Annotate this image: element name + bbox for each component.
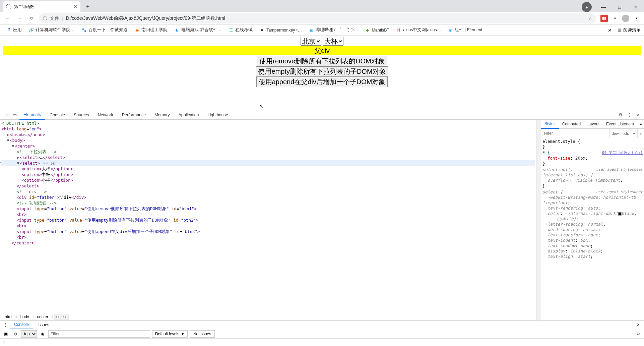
selected-dom-node[interactable]: ⋯ ▼<select> == $0 bbox=[1, 160, 535, 166]
tab-network[interactable]: Network bbox=[94, 110, 117, 120]
maximize-button[interactable]: □ bbox=[612, 2, 627, 12]
collapse-icon[interactable]: ▼ bbox=[6, 137, 10, 143]
reload-button[interactable]: ↻ bbox=[27, 14, 36, 23]
breadcrumb: html› body› center› select bbox=[0, 313, 536, 320]
link-icon: 🔗 bbox=[28, 27, 34, 33]
game-icon: ♞ bbox=[174, 27, 180, 33]
overflow-icon[interactable]: » bbox=[638, 122, 644, 126]
size-select[interactable]: 大杯 中杯 小杯 bbox=[323, 37, 343, 46]
tampermonkey-icon: ■ bbox=[259, 27, 265, 33]
styles-filter-input[interactable] bbox=[541, 131, 609, 136]
issues-badge[interactable]: No Issues bbox=[190, 330, 215, 338]
bookmark-item[interactable]: 🔗计算机与软件学院… bbox=[26, 26, 77, 34]
bookmarks-overflow-icon[interactable]: » bbox=[606, 26, 614, 34]
append-button[interactable]: 使用append在父div后增加一个子DOM对象 bbox=[256, 77, 388, 87]
devtools-main: <!DOCTYPE html> <html lang="en"> ▶<head>… bbox=[0, 120, 644, 320]
breadcrumb-item[interactable]: body bbox=[18, 314, 31, 320]
tab-memory[interactable]: Memory bbox=[150, 110, 174, 120]
tab-lighthouse[interactable]: Lighthouse bbox=[204, 110, 232, 120]
reading-list-button[interactable]: ▤阅读清单 bbox=[618, 27, 641, 33]
log-levels-dropdown[interactable]: Default levels ▼ bbox=[152, 330, 188, 338]
device-toggle-icon[interactable]: ▭ bbox=[11, 111, 19, 119]
expand-icon[interactable]: ▶ bbox=[6, 132, 10, 137]
drawer-tab-console[interactable]: Console bbox=[10, 321, 33, 329]
cursor-icon: ↖ bbox=[259, 104, 263, 109]
tab-console[interactable]: Console bbox=[46, 110, 69, 120]
bookmark-item[interactable]: Haxios中文网|axios… bbox=[393, 26, 444, 34]
bookmark-item[interactable]: ☳在线考试 bbox=[226, 26, 255, 34]
inspect-element-icon[interactable]: ⬀ bbox=[2, 111, 10, 119]
scrollbar[interactable] bbox=[536, 120, 541, 320]
collapse-icon[interactable]: ▼ bbox=[16, 160, 20, 166]
context-select[interactable]: top bbox=[21, 330, 37, 338]
console-prompt[interactable]: › bbox=[0, 339, 644, 346]
expand-icon[interactable]: ▶ bbox=[16, 155, 20, 160]
chevron-down-icon: ▼ bbox=[181, 332, 185, 336]
styles-tabs: Styles Computed Layout Event Listeners » bbox=[541, 120, 644, 129]
browser-tab-bar: 第二组函数 × + ● — □ ✕ bbox=[0, 0, 644, 12]
eye-icon[interactable]: ◉ bbox=[39, 331, 46, 337]
bookmark-item[interactable]: ◉组件 | Element bbox=[445, 26, 485, 34]
bookmark-item[interactable]: ◉南阳理工学院 bbox=[132, 26, 170, 34]
settings-gear-icon[interactable]: ⚙ bbox=[617, 111, 625, 119]
bookmark-item[interactable]: ♞电脑游戏-乔合软件… bbox=[172, 26, 224, 34]
breadcrumb-item[interactable]: html bbox=[3, 314, 14, 320]
clear-console-icon[interactable]: ⊘ bbox=[12, 331, 19, 337]
breadcrumb-item[interactable]: center bbox=[35, 314, 50, 320]
tab-elements[interactable]: Elements bbox=[19, 110, 45, 120]
add-rule-button[interactable]: + bbox=[631, 129, 637, 138]
bookmark-item[interactable]: ◆MantisBT bbox=[362, 26, 392, 34]
browser-tab[interactable]: 第二组函数 × bbox=[3, 1, 80, 12]
styles-rules[interactable]: element.style {} 09-第二组函数.html:7* { font… bbox=[541, 138, 644, 320]
user-avatar-icon[interactable] bbox=[622, 15, 629, 22]
window-close-button[interactable]: ✕ bbox=[628, 2, 643, 12]
tab-close-icon[interactable]: × bbox=[74, 4, 77, 10]
styles-filter-bar: :hov .cls + ⏍ bbox=[541, 129, 644, 138]
info-icon[interactable]: ⓘ bbox=[43, 15, 47, 21]
forward-button[interactable]: → bbox=[15, 14, 24, 23]
console-settings-icon[interactable]: ⚙ bbox=[634, 331, 642, 337]
color-swatch-icon[interactable] bbox=[618, 212, 622, 216]
tab-application[interactable]: Application bbox=[174, 110, 203, 120]
sidebar-toggle-icon[interactable]: ▣ bbox=[2, 331, 10, 337]
tab-performance[interactable]: Performance bbox=[118, 110, 150, 120]
tab-event-listeners[interactable]: Event Listeners bbox=[603, 120, 637, 129]
cls-button[interactable]: .cls bbox=[621, 129, 631, 138]
more-icon[interactable]: ⋮ bbox=[625, 111, 633, 119]
color-swatch-icon[interactable] bbox=[558, 218, 561, 221]
toggle-button[interactable]: ⏍ bbox=[637, 129, 644, 138]
tab-computed[interactable]: Computed bbox=[559, 120, 584, 129]
drawer-close-icon[interactable]: ✕ bbox=[634, 322, 643, 327]
minimize-button[interactable]: — bbox=[596, 2, 611, 12]
remove-button[interactable]: 使用remove删除所有下拉列表的DOM对象 bbox=[257, 56, 387, 66]
menu-icon[interactable]: ⋮ bbox=[633, 15, 640, 22]
city-select[interactable]: 北京 bbox=[301, 37, 321, 46]
new-tab-button[interactable]: + bbox=[83, 2, 92, 11]
tab-styles[interactable]: Styles bbox=[541, 120, 559, 129]
console-drawer: ⋮ Console Issues ✕ ▣ ⊘ top ◉ Default lev… bbox=[0, 320, 644, 346]
address-bar: ← → ↻ ⓘ 文件 | D:/code/JavaWeb/Web前端/Ajax&… bbox=[0, 12, 644, 25]
url-box[interactable]: ⓘ 文件 | D:/code/JavaWeb/Web前端/Ajax&JQuery… bbox=[39, 13, 596, 23]
empty-button[interactable]: 使用empty删除所有下拉列表的子DOM对象 bbox=[256, 66, 388, 77]
bookmark-star-icon[interactable]: ☆ bbox=[588, 16, 592, 21]
bookmark-item[interactable]: ■Tampermonkey •… bbox=[257, 26, 305, 34]
bookmark-item[interactable]: 🐾百度一下，你就知道 bbox=[79, 26, 130, 34]
extension-icon[interactable]: ▮▮ bbox=[600, 15, 608, 22]
profile-icon[interactable]: ● bbox=[582, 2, 592, 12]
elements-tree[interactable]: <!DOCTYPE html> <html lang="en"> ▶<head>… bbox=[0, 120, 536, 313]
breadcrumb-item[interactable]: select bbox=[54, 314, 69, 320]
collapse-icon[interactable]: ▼ bbox=[11, 143, 15, 149]
element-icon: ◉ bbox=[448, 27, 453, 33]
hov-button[interactable]: :hov bbox=[609, 129, 621, 138]
tab-layout[interactable]: Layout bbox=[584, 120, 603, 129]
back-button[interactable]: ← bbox=[3, 14, 12, 23]
bilibili-icon: ▣ bbox=[309, 27, 314, 33]
tab-sources[interactable]: Sources bbox=[70, 110, 93, 120]
devtools-close-icon[interactable]: ✕ bbox=[634, 111, 642, 119]
drawer-menu-icon[interactable]: ⋮ bbox=[1, 321, 9, 329]
bookmark-apps[interactable]: ⠿应用 bbox=[3, 26, 24, 34]
extensions-button-icon[interactable]: ✦ bbox=[611, 15, 619, 22]
bookmark-item[interactable]: ▣哔哩哔哩 ( ゜- ゜)つ… bbox=[306, 26, 361, 34]
drawer-tab-issues[interactable]: Issues bbox=[34, 321, 53, 329]
console-filter-input[interactable] bbox=[48, 330, 150, 338]
